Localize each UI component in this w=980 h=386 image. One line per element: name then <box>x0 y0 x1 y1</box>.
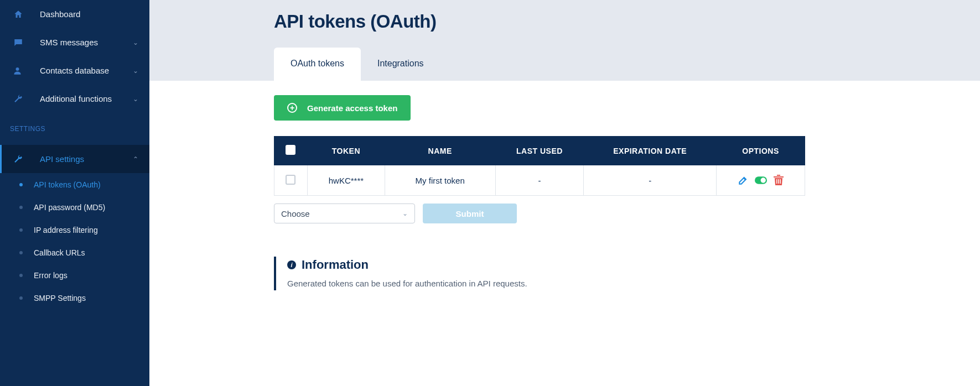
bullet-icon <box>19 183 23 186</box>
col-token: TOKEN <box>307 137 385 165</box>
sidebar-item-additional[interactable]: Additional functions ⌄ <box>0 85 149 113</box>
plus-circle-icon: + <box>287 103 297 113</box>
sidebar-sub-api-tokens[interactable]: API tokens (OAuth) <box>0 173 149 196</box>
tab-oauth-tokens[interactable]: OAuth tokens <box>274 48 361 81</box>
select-all-checkbox[interactable] <box>286 145 295 155</box>
sidebar-sub-api-password[interactable]: API password (MD5) <box>0 196 149 218</box>
wrench-icon <box>13 154 30 164</box>
svg-rect-5 <box>780 179 781 184</box>
cell-expiration: - <box>584 165 717 196</box>
sidebar-item-sms[interactable]: SMS messages ⌄ <box>0 28 149 56</box>
sidebar-item-contacts[interactable]: Contacts database ⌄ <box>0 56 149 85</box>
sidebar-label: Additional functions <box>30 94 133 103</box>
chevron-down-icon: ⌄ <box>133 95 138 103</box>
sidebar-sub-ip-filter[interactable]: IP address filtering <box>0 218 149 241</box>
cell-last-used: - <box>495 165 584 196</box>
sidebar-item-api-settings[interactable]: API settings ⌃ <box>0 145 149 173</box>
bullet-icon <box>19 206 23 209</box>
cell-token: hwKC**** <box>307 165 385 196</box>
home-icon <box>13 9 30 19</box>
sidebar-label: SMS messages <box>30 38 133 47</box>
tab-integrations[interactable]: Integrations <box>361 48 440 81</box>
sidebar-sub-smpp[interactable]: SMPP Settings <box>0 286 149 309</box>
info-box: i Information Generated tokens can be us… <box>274 257 805 290</box>
toggle-on-icon[interactable] <box>755 174 767 186</box>
user-icon <box>13 66 30 76</box>
bullet-icon <box>19 251 23 254</box>
sidebar-label: API settings <box>30 154 133 164</box>
row-options <box>722 174 799 186</box>
main-area: API tokens (OAuth) OAuth tokens Integrat… <box>149 0 980 386</box>
wrench-icon <box>13 94 30 104</box>
sidebar-sub-label: Error logs <box>34 271 68 280</box>
chat-icon <box>13 38 30 48</box>
col-name: NAME <box>385 137 495 165</box>
sidebar-sub-label: IP address filtering <box>34 226 98 234</box>
bulk-action-label: Choose <box>281 209 310 218</box>
bullet-icon <box>19 296 23 300</box>
sidebar-section-header: SETTINGS <box>0 113 149 145</box>
tokens-table: TOKEN NAME LAST USED EXPIRATION DATE OPT… <box>274 136 805 196</box>
bullet-icon <box>19 228 23 232</box>
info-title: i Information <box>287 258 805 272</box>
sidebar-label: Contacts database <box>30 66 133 75</box>
sidebar-sub-label: Callback URLs <box>34 248 85 257</box>
content: + Generate access token TOKEN NAME LAST … <box>149 81 980 386</box>
chevron-down-icon: ⌄ <box>133 67 138 75</box>
edit-icon[interactable] <box>737 174 749 186</box>
col-last-used: LAST USED <box>495 137 584 165</box>
chevron-up-icon: ⌃ <box>133 155 138 163</box>
cell-name: My first token <box>385 165 495 196</box>
generate-token-button[interactable]: + Generate access token <box>274 95 411 121</box>
table-row: hwKC**** My first token - - <box>274 165 805 196</box>
sidebar-sub-error-logs[interactable]: Error logs <box>0 264 149 286</box>
svg-rect-3 <box>776 179 777 184</box>
sidebar-sub-callback[interactable]: Callback URLs <box>0 241 149 264</box>
bulk-action-select[interactable]: Choose ⌄ <box>274 204 415 223</box>
generate-token-label: Generate access token <box>307 103 397 113</box>
svg-point-2 <box>760 178 765 182</box>
sidebar: Dashboard SMS messages ⌄ Contacts databa… <box>0 0 149 386</box>
info-text: Generated tokens can be used for authent… <box>287 279 805 288</box>
sidebar-label: Dashboard <box>30 9 138 19</box>
page-title: API tokens (OAuth) <box>274 11 980 32</box>
sidebar-sub-label: API tokens (OAuth) <box>34 180 101 189</box>
delete-icon[interactable] <box>772 174 785 186</box>
info-title-text: Information <box>302 258 369 272</box>
svg-rect-4 <box>778 179 779 184</box>
sidebar-sub-label: API password (MD5) <box>34 203 105 212</box>
sidebar-sub-label: SMPP Settings <box>34 294 86 302</box>
chevron-down-icon: ⌄ <box>133 39 138 46</box>
chevron-down-icon: ⌄ <box>402 210 408 217</box>
bulk-actions: Choose ⌄ Submit <box>274 204 980 223</box>
info-icon: i <box>287 260 296 269</box>
table-header-row: TOKEN NAME LAST USED EXPIRATION DATE OPT… <box>274 137 805 165</box>
header-band: API tokens (OAuth) OAuth tokens Integrat… <box>149 0 980 81</box>
tabs: OAuth tokens Integrations <box>274 48 980 81</box>
col-expiration: EXPIRATION DATE <box>584 137 717 165</box>
sidebar-item-dashboard[interactable]: Dashboard <box>0 0 149 28</box>
svg-point-0 <box>16 67 19 71</box>
bullet-icon <box>19 274 23 277</box>
row-checkbox[interactable] <box>286 175 295 185</box>
submit-button[interactable]: Submit <box>423 204 517 223</box>
col-options: OPTIONS <box>717 137 805 165</box>
